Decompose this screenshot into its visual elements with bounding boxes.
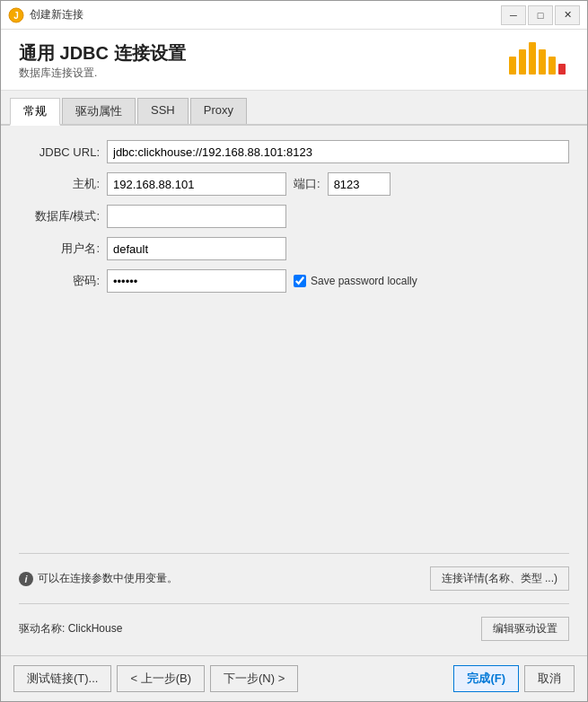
maximize-button[interactable]: □ <box>528 5 553 25</box>
db-input[interactable] <box>107 205 286 228</box>
logo-bar-accent <box>558 64 566 75</box>
tabs: 常规 驱动属性 SSH Proxy <box>1 91 587 126</box>
host-label: 主机: <box>19 176 100 192</box>
info-row: i 可以在连接参数中使用变量。 连接详情(名称、类型 ...) <box>19 566 569 591</box>
header-text: 通用 JDBC 连接设置 数据库连接设置. <box>19 42 186 81</box>
separator-1 <box>19 553 569 554</box>
password-row: 密码: Save password locally <box>19 269 569 293</box>
logo-bar-3 <box>529 42 536 75</box>
titlebar: J 创建新连接 ─ □ ✕ <box>1 1 587 30</box>
user-input[interactable] <box>107 237 286 260</box>
user-label: 用户名: <box>19 241 100 257</box>
connection-details-button[interactable]: 连接详情(名称、类型 ...) <box>430 566 569 591</box>
test-connection-button[interactable]: 测试链接(T)... <box>13 665 111 692</box>
back-button[interactable]: < 上一步(B) <box>117 665 205 692</box>
port-input[interactable] <box>328 172 391 196</box>
host-input[interactable] <box>107 172 286 196</box>
header: 通用 JDBC 连接设置 数据库连接设置. <box>1 30 587 91</box>
password-input[interactable] <box>107 269 286 293</box>
next-button[interactable]: 下一步(N) > <box>210 665 298 692</box>
window-title: 创建新连接 <box>30 7 501 22</box>
logo-bar-1 <box>509 57 516 75</box>
info-section: i 可以在连接参数中使用变量。 连接详情(名称、类型 ...) 驱动名称: Cl… <box>19 535 569 641</box>
form-area: JDBC URL: 主机: 端口: 数据库/模式: 用户名: <box>1 126 587 655</box>
content: 常规 驱动属性 SSH Proxy JDBC URL: 主机: 端口: 数据库/… <box>1 91 587 655</box>
finish-button[interactable]: 完成(F) <box>453 665 519 692</box>
tab-proxy[interactable]: Proxy <box>190 98 247 124</box>
db-row: 数据库/模式: <box>19 205 569 228</box>
tab-ssh[interactable]: SSH <box>137 98 189 124</box>
button-bar: 测试链接(T)... < 上一步(B) 下一步(N) > 完成(F) 取消 <box>1 655 587 701</box>
port-label: 端口: <box>294 176 320 192</box>
host-port-row: 主机: 端口: <box>19 172 569 196</box>
user-row: 用户名: <box>19 237 569 260</box>
logo-bar-2 <box>519 49 526 75</box>
logo-bar-5 <box>549 57 556 75</box>
header-logo <box>509 42 569 75</box>
titlebar-buttons: ─ □ ✕ <box>501 5 580 25</box>
save-password-label[interactable]: Save password locally <box>311 275 417 287</box>
tab-driver[interactable]: 驱动属性 <box>62 98 136 124</box>
app-icon: J <box>8 7 24 23</box>
driver-row: 驱动名称: ClickHouse 编辑驱动设置 <box>19 617 569 641</box>
header-title: 通用 JDBC 连接设置 <box>19 42 186 64</box>
jdbc-url-label: JDBC URL: <box>19 145 100 159</box>
header-subtitle: 数据库连接设置. <box>19 66 186 81</box>
minimize-button[interactable]: ─ <box>501 5 526 25</box>
jdbc-url-input[interactable] <box>107 140 569 163</box>
driver-name: 驱动名称: ClickHouse <box>19 621 122 636</box>
driver-name-value: ClickHouse <box>68 622 123 635</box>
window: J 创建新连接 ─ □ ✕ 通用 JDBC 连接设置 数据库连接设置. 常规 驱 <box>0 0 588 702</box>
driver-name-label: 驱动名称: <box>19 622 65 635</box>
info-left: i 可以在连接参数中使用变量。 <box>19 571 178 586</box>
svg-text:J: J <box>13 11 19 21</box>
password-label: 密码: <box>19 273 100 289</box>
save-password-checkbox[interactable] <box>294 275 306 287</box>
save-password-row: Save password locally <box>294 275 417 287</box>
separator-2 <box>19 603 569 604</box>
logo-bar-4 <box>539 49 546 75</box>
edit-driver-button[interactable]: 编辑驱动设置 <box>481 617 569 641</box>
info-text: 可以在连接参数中使用变量。 <box>38 571 178 586</box>
cancel-button[interactable]: 取消 <box>524 665 575 692</box>
db-label: 数据库/模式: <box>19 208 100 224</box>
jdbc-url-row: JDBC URL: <box>19 140 569 163</box>
info-icon: i <box>19 572 33 586</box>
tab-general[interactable]: 常规 <box>10 98 60 126</box>
form-spacer <box>19 302 569 526</box>
close-button[interactable]: ✕ <box>555 5 580 25</box>
